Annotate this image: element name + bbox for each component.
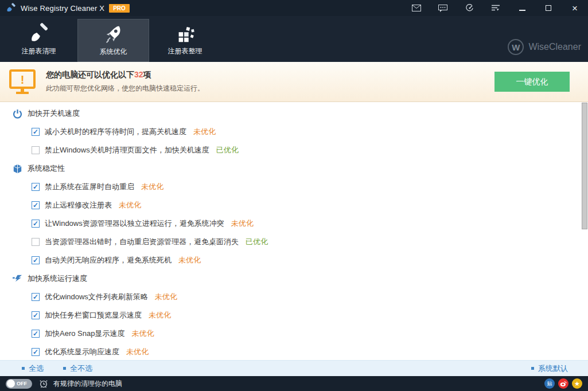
tabbar: 注册表清理 系统优化 注册表整理 W WiseCleaner — [0, 16, 588, 62]
status-badge: 未优化 — [155, 292, 177, 302]
item-label: 自动关闭无响应的程序，避免系统死机 — [45, 255, 172, 265]
item-checkbox[interactable] — [32, 146, 40, 154]
item-checkbox[interactable]: ✓ — [32, 201, 40, 209]
selection-bar: 全选 全不选 系统默认 — [0, 360, 588, 376]
status-badge: 未优化 — [193, 127, 216, 137]
flash-icon — [13, 274, 22, 284]
list-item: 禁止Windows关机时清理页面文件，加快关机速度 已优化 — [0, 141, 588, 159]
notice-title: 您的电脑还可以优化以下32项 — [46, 70, 494, 80]
alarm-clock-icon — [39, 379, 48, 388]
tab-label: 注册表清理 — [22, 46, 56, 56]
notice-texts: 您的电脑还可以优化以下32项 此功能可帮您优化网络，使您的电脑快速稳定运行。 — [46, 70, 494, 93]
tab-system-tuneup[interactable]: 系统优化 — [77, 19, 149, 62]
svg-text:!: ! — [21, 73, 25, 86]
item-checkbox[interactable] — [32, 238, 40, 246]
item-checkbox[interactable]: ✓ — [32, 348, 40, 356]
list-item: ✓ 优化系统显示响应速度 未优化 — [0, 343, 588, 360]
tab-label: 系统优化 — [100, 47, 127, 57]
titlebar: Wise Registry Cleaner X PRO × — [0, 0, 588, 16]
tab-registry-clean[interactable]: 注册表清理 — [3, 19, 75, 62]
item-label: 加快Aero Snap显示速度 — [45, 329, 124, 339]
schedule-text: 有规律的清理你的电脑 — [53, 379, 122, 389]
tieba-icon[interactable]: 贴 — [544, 378, 555, 389]
notice-subtitle: 此功能可帮您优化网络，使您的电脑快速稳定运行。 — [46, 84, 494, 93]
maximize-button[interactable] — [535, 0, 562, 16]
statusbar: OFF 有规律的清理你的电脑 贴 ★ — [0, 376, 588, 391]
one-click-optimize-button[interactable]: 一键优化 — [494, 72, 570, 92]
list-item: ✓ 让Windows资源管理器以独立进程运行，避免系统冲突 未优化 — [0, 214, 588, 233]
status-badge: 未优化 — [119, 200, 141, 210]
section-header: 加快开关机速度 — [0, 104, 588, 123]
brush-icon — [28, 22, 50, 45]
item-checkbox[interactable]: ✓ — [32, 311, 40, 319]
list-item: ✓ 加快任务栏窗口预览显示速度 未优化 — [0, 306, 588, 324]
item-checkbox[interactable]: ✓ — [32, 256, 40, 264]
bullet-icon — [63, 367, 66, 370]
item-label: 优化windows文件列表刷新策略 — [45, 292, 148, 302]
list-item: ✓ 优化windows文件列表刷新策略 未优化 — [0, 288, 588, 306]
item-label: 优化系统显示响应速度 — [45, 347, 119, 357]
section-title: 加快系统运行速度 — [28, 273, 87, 284]
support-wrench-icon[interactable] — [456, 0, 482, 16]
item-label: 禁止Windows关机时清理页面文件，加快关机速度 — [45, 145, 209, 155]
section-header: 系统稳定性 — [0, 159, 588, 178]
tab-label: 注册表整理 — [168, 46, 203, 56]
optimizable-count: 32 — [134, 70, 143, 79]
list-item: ✓ 禁止系统在蓝屏时自动重启 未优化 — [0, 178, 588, 196]
social-links: 贴 ★ — [541, 378, 582, 389]
feedback-icon[interactable] — [430, 0, 456, 16]
pro-badge: PRO — [109, 4, 130, 13]
list-item: 当资源管理器出错时，自动重启资源管理器，避免桌面消失 已优化 — [0, 233, 588, 251]
item-label: 禁止远程修改注册表 — [45, 200, 112, 210]
item-label: 当资源管理器出错时，自动重启资源管理器，避免桌面消失 — [45, 237, 239, 247]
status-badge: 已优化 — [246, 237, 268, 247]
status-badge: 已优化 — [216, 145, 239, 155]
wisecleaner-logo-text: WiseCleaner — [528, 42, 581, 52]
section-title: 加快开关机速度 — [28, 108, 80, 119]
status-badge: 未优化 — [231, 218, 254, 229]
select-none-link[interactable]: 全不选 — [63, 363, 92, 374]
scrollbar-thumb[interactable] — [582, 103, 587, 229]
rocket-icon — [103, 23, 124, 46]
wisecleaner-logo-mark: W — [508, 39, 524, 55]
list-item: ✓ 加快Aero Snap显示速度 未优化 — [0, 324, 588, 343]
wisecleaner-logo: W WiseCleaner — [508, 39, 581, 55]
select-all-link[interactable]: 全选 — [22, 363, 44, 374]
blocks-icon — [174, 22, 196, 45]
item-checkbox[interactable]: ✓ — [32, 220, 40, 228]
qzone-star-icon[interactable]: ★ — [572, 378, 582, 389]
list-item: ✓ 减小关机时的程序等待时间，提高关机速度 未优化 — [0, 123, 588, 141]
schedule-toggle[interactable]: OFF — [6, 379, 32, 389]
status-badge: 未优化 — [178, 255, 201, 265]
status-badge: 未优化 — [141, 182, 163, 192]
list-item: ✓ 自动关闭无响应的程序，避免系统死机 未优化 — [0, 251, 588, 269]
item-checkbox[interactable]: ✓ — [32, 330, 40, 338]
section-title: 系统稳定性 — [28, 163, 65, 174]
toggle-state-label: OFF — [17, 381, 27, 386]
close-button[interactable]: × — [562, 0, 588, 16]
status-badge: 未优化 — [149, 310, 171, 320]
menu-list-icon[interactable] — [482, 0, 509, 16]
optimization-list: 加快开关机速度 ✓ 减小关机时的程序等待时间，提高关机速度 未优化 禁止Wind… — [0, 102, 588, 360]
bullet-icon — [531, 367, 534, 370]
mail-icon[interactable] — [403, 0, 430, 16]
item-label: 禁止系统在蓝屏时自动重启 — [45, 182, 134, 192]
item-checkbox[interactable]: ✓ — [32, 183, 40, 191]
status-badge: 未优化 — [131, 329, 154, 339]
app-window: Wise Registry Cleaner X PRO × — [0, 0, 588, 391]
cube-icon — [13, 164, 22, 174]
titlebar-actions: × — [403, 0, 588, 16]
minimize-button[interactable] — [509, 0, 535, 16]
weibo-icon[interactable] — [558, 378, 568, 389]
monitor-warning-icon: ! — [9, 69, 36, 95]
tab-registry-defrag[interactable]: 注册表整理 — [149, 19, 221, 62]
item-label: 加快任务栏窗口预览显示速度 — [45, 310, 142, 320]
list-item: ✓ 禁止远程修改注册表 未优化 — [0, 196, 588, 214]
notice-bar: ! 您的电脑还可以优化以下32项 此功能可帮您优化网络，使您的电脑快速稳定运行。… — [0, 62, 588, 102]
bullet-icon — [22, 367, 25, 370]
system-default-link[interactable]: 系统默认 — [531, 363, 568, 374]
app-title: Wise Registry Cleaner X — [21, 4, 104, 13]
item-checkbox[interactable]: ✓ — [32, 128, 40, 136]
status-badge: 未优化 — [126, 347, 149, 357]
item-checkbox[interactable]: ✓ — [32, 293, 40, 301]
